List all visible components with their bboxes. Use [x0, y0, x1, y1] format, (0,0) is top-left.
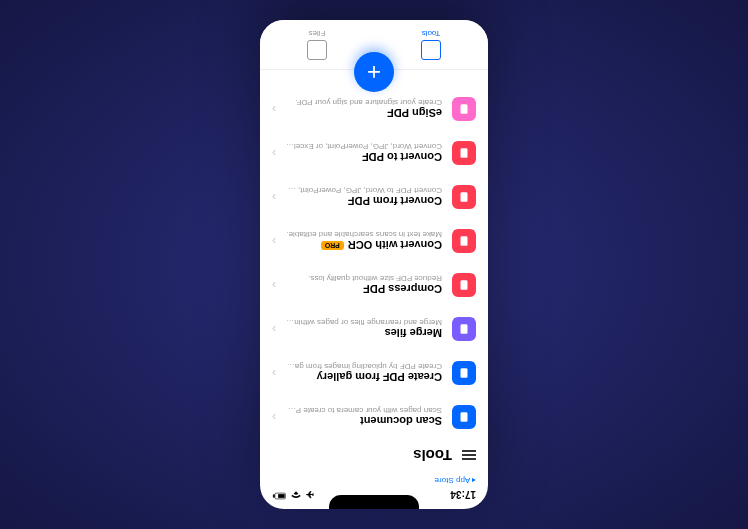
header: Tools: [260, 439, 488, 472]
svg-rect-2: [278, 494, 284, 498]
pro-badge: PRO: [321, 241, 344, 250]
tool-item-4[interactable]: Convert with OCRPRO Make text in scans s…: [260, 219, 488, 263]
tool-subtitle: Make text in scans searchable and editab…: [286, 231, 442, 240]
chevron-right-icon: ›: [272, 146, 276, 160]
tool-subtitle: Convert Word, JPG, PowerPoint, or Excel …: [286, 143, 442, 152]
chevron-right-icon: ›: [272, 278, 276, 292]
tool-icon: [452, 405, 476, 429]
tool-label: Convert from PDF: [286, 196, 442, 208]
add-button[interactable]: +: [354, 52, 394, 92]
tools-icon: [421, 40, 441, 60]
airplane-icon: ✈: [306, 490, 314, 501]
tool-item-1[interactable]: Create PDF from gallery Create PDF by up…: [260, 351, 488, 395]
wifi-icon: [289, 487, 303, 503]
tool-subtitle: Create your signature and sign your PDF.: [286, 99, 442, 108]
tool-label: Scan document: [286, 416, 442, 428]
chevron-right-icon: ›: [272, 322, 276, 336]
chevron-right-icon: ›: [272, 102, 276, 116]
tool-icon: [452, 141, 476, 165]
back-to-appstore[interactable]: ◂ App Store: [260, 472, 488, 485]
tool-item-0[interactable]: Scan document Scan pages with your camer…: [260, 395, 488, 439]
tool-text: Scan document Scan pages with your camer…: [286, 407, 442, 428]
svg-rect-8: [461, 192, 468, 201]
tool-item-2[interactable]: Merge files Merge and rearrange files or…: [260, 307, 488, 351]
svg-rect-4: [461, 368, 468, 377]
tool-label: Convert with OCRPRO: [286, 240, 442, 252]
tool-item-3[interactable]: Compress PDF Reduce PDF size without qua…: [260, 263, 488, 307]
tab-files-label: Files: [309, 29, 326, 38]
tool-item-6[interactable]: Convert to PDF Convert Word, JPG, PowerP…: [260, 131, 488, 175]
status-time: 17:34: [450, 490, 476, 501]
notch: [329, 495, 419, 509]
status-indicators: ✈: [272, 487, 314, 503]
svg-rect-6: [461, 280, 468, 289]
tool-text: Create PDF from gallery Create PDF by up…: [286, 363, 442, 384]
tab-tools-label: Tools: [422, 29, 441, 38]
tool-text: Convert from PDF Convert PDF to Word, JP…: [286, 187, 442, 208]
tool-item-7[interactable]: eSign PDF Create your signature and sign…: [260, 87, 488, 131]
tool-text: Merge files Merge and rearrange files or…: [286, 319, 442, 340]
tool-icon: [452, 229, 476, 253]
tool-icon: [452, 185, 476, 209]
svg-rect-7: [461, 236, 468, 245]
menu-icon[interactable]: [462, 451, 476, 461]
tools-list[interactable]: Scan document Scan pages with your camer…: [260, 79, 488, 439]
tool-subtitle: Scan pages with your camera to create PD…: [286, 407, 442, 416]
chevron-right-icon: ›: [272, 410, 276, 424]
tool-subtitle: Convert PDF to Word, JPG, PowerPoint, or…: [286, 187, 442, 196]
tool-label: Merge files: [286, 328, 442, 340]
tool-subtitle: Create PDF by uploading images from gall…: [286, 363, 442, 372]
chevron-right-icon: ›: [272, 234, 276, 248]
tool-text: eSign PDF Create your signature and sign…: [286, 99, 442, 120]
tool-subtitle: Merge and rearrange files or pages withi…: [286, 319, 442, 328]
tool-icon: [452, 361, 476, 385]
tool-text: Convert to PDF Convert Word, JPG, PowerP…: [286, 143, 442, 164]
svg-rect-9: [461, 148, 468, 157]
phone-frame: 17:34 ✈ ◂ App Store Tools Scan document …: [260, 20, 488, 509]
tool-label: Create PDF from gallery: [286, 372, 442, 384]
tool-text: Compress PDF Reduce PDF size without qua…: [286, 275, 442, 296]
tool-label: Convert to PDF: [286, 152, 442, 164]
tool-label: eSign PDF: [286, 108, 442, 120]
svg-rect-10: [461, 104, 468, 113]
tool-label: Compress PDF: [286, 284, 442, 296]
tool-icon: [452, 97, 476, 121]
tool-text: Convert with OCRPRO Make text in scans s…: [286, 231, 442, 252]
chevron-right-icon: ›: [272, 366, 276, 380]
tool-icon: [452, 273, 476, 297]
svg-rect-3: [461, 412, 468, 421]
svg-rect-1: [273, 495, 274, 497]
chevron-right-icon: ›: [272, 190, 276, 204]
svg-rect-5: [461, 324, 468, 333]
page-title: Tools: [413, 447, 452, 464]
tool-icon: [452, 317, 476, 341]
tool-item-5[interactable]: Convert from PDF Convert PDF to Word, JP…: [260, 175, 488, 219]
files-icon: [307, 40, 327, 60]
tool-subtitle: Reduce PDF size without quality loss.: [286, 275, 442, 284]
battery-icon: [272, 487, 286, 503]
